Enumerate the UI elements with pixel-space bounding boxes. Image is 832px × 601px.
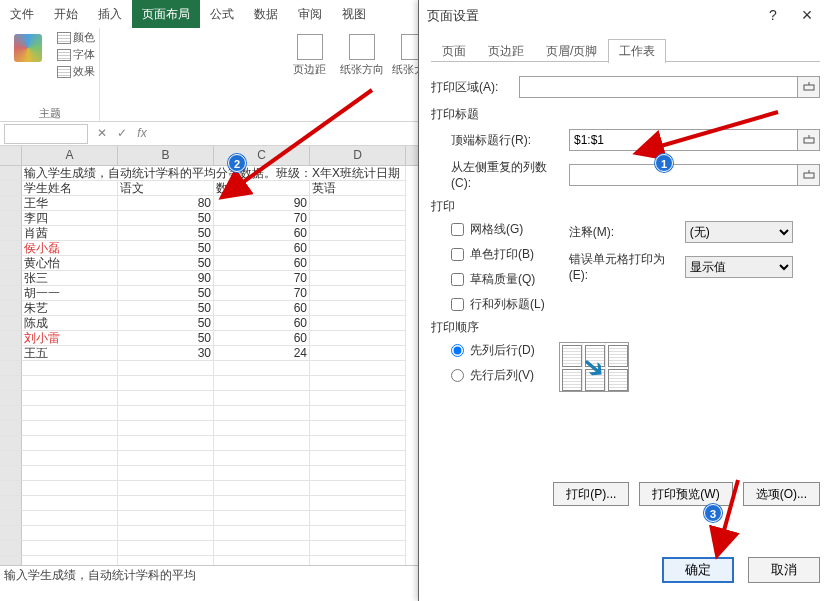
cell[interactable]: 朱艺: [22, 301, 118, 316]
cell[interactable]: 60: [214, 256, 310, 271]
theme-option[interactable]: 字体: [57, 47, 95, 62]
cell[interactable]: [310, 226, 406, 241]
help-button[interactable]: ?: [756, 4, 790, 28]
errors-select[interactable]: 显示值: [685, 256, 793, 278]
ribbon-tab[interactable]: 视图: [332, 0, 376, 28]
options-button[interactable]: 选项(O)...: [743, 482, 820, 506]
ribbon-tab[interactable]: 数据: [244, 0, 288, 28]
cell[interactable]: 50: [118, 301, 214, 316]
dialog-tab[interactable]: 页面: [431, 39, 477, 63]
cell[interactable]: [22, 406, 118, 421]
cell[interactable]: [310, 391, 406, 406]
cell[interactable]: 70: [214, 271, 310, 286]
cell[interactable]: [214, 466, 310, 481]
cell[interactable]: 胡一一: [22, 286, 118, 301]
cell[interactable]: [118, 541, 214, 556]
collapse-dialog-icon[interactable]: [798, 76, 820, 98]
draft-checkbox[interactable]: 草稿质量(Q): [451, 271, 545, 288]
close-button[interactable]: ×: [790, 4, 824, 28]
cell[interactable]: [22, 466, 118, 481]
cell[interactable]: [214, 541, 310, 556]
cell[interactable]: [22, 541, 118, 556]
cell[interactable]: 50: [118, 286, 214, 301]
select-all-corner[interactable]: [0, 146, 22, 165]
cell[interactable]: 50: [118, 316, 214, 331]
cell[interactable]: 60: [214, 226, 310, 241]
cell[interactable]: 70: [214, 211, 310, 226]
cell[interactable]: 60: [214, 301, 310, 316]
cell[interactable]: 50: [118, 226, 214, 241]
cell[interactable]: [310, 361, 406, 376]
cell[interactable]: [118, 451, 214, 466]
ribbon-button[interactable]: 纸张方向: [339, 30, 385, 77]
cell[interactable]: [310, 256, 406, 271]
fx-icon[interactable]: fx: [134, 126, 150, 142]
cell[interactable]: 50: [118, 256, 214, 271]
order-down-radio[interactable]: 先列后行(D): [451, 342, 535, 359]
cell[interactable]: [310, 286, 406, 301]
gridlines-checkbox[interactable]: 网格线(G): [451, 221, 545, 238]
cell[interactable]: [22, 481, 118, 496]
cell[interactable]: [22, 436, 118, 451]
cancel-icon[interactable]: ✕: [94, 126, 110, 142]
cell[interactable]: 60: [214, 331, 310, 346]
cell[interactable]: 50: [118, 331, 214, 346]
cell[interactable]: 24: [214, 346, 310, 361]
cell[interactable]: [310, 331, 406, 346]
preview-button[interactable]: 打印预览(W): [639, 482, 732, 506]
col-header[interactable]: D: [310, 146, 406, 165]
dialog-tab[interactable]: 工作表: [608, 39, 666, 63]
ok-button[interactable]: 确定: [662, 557, 734, 583]
cell[interactable]: 90: [118, 271, 214, 286]
bw-checkbox[interactable]: 单色打印(B): [451, 246, 545, 263]
cell[interactable]: 50: [118, 211, 214, 226]
cell[interactable]: [310, 541, 406, 556]
cell[interactable]: [118, 391, 214, 406]
ribbon-tab[interactable]: 文件: [0, 0, 44, 28]
top-rows-input[interactable]: [569, 129, 798, 151]
cell[interactable]: 陈成: [22, 316, 118, 331]
cell[interactable]: 学生姓名: [22, 181, 118, 196]
cell[interactable]: [214, 376, 310, 391]
cell[interactable]: [310, 466, 406, 481]
cell[interactable]: [118, 496, 214, 511]
cell[interactable]: [118, 526, 214, 541]
cell[interactable]: [310, 346, 406, 361]
cell[interactable]: [310, 451, 406, 466]
cell[interactable]: [22, 421, 118, 436]
cell[interactable]: [118, 406, 214, 421]
col-header[interactable]: B: [118, 146, 214, 165]
cancel-button[interactable]: 取消: [748, 557, 820, 583]
cell[interactable]: [22, 511, 118, 526]
cell[interactable]: [310, 301, 406, 316]
cell[interactable]: [22, 376, 118, 391]
cell[interactable]: [310, 406, 406, 421]
left-cols-input[interactable]: [569, 164, 798, 186]
cell[interactable]: [214, 406, 310, 421]
ribbon-button[interactable]: 页边距: [287, 30, 333, 77]
comments-select[interactable]: (无): [685, 221, 793, 243]
cell[interactable]: [214, 496, 310, 511]
cell[interactable]: [310, 196, 406, 211]
themes-button[interactable]: [5, 30, 51, 64]
cell[interactable]: 王五: [22, 346, 118, 361]
cell[interactable]: [118, 436, 214, 451]
ribbon-tab[interactable]: 页面布局: [132, 0, 200, 28]
cell[interactable]: [214, 511, 310, 526]
cell[interactable]: 王华: [22, 196, 118, 211]
dialog-tab[interactable]: 页眉/页脚: [535, 39, 608, 63]
cell[interactable]: [118, 376, 214, 391]
cell[interactable]: [310, 436, 406, 451]
cell[interactable]: [310, 316, 406, 331]
collapse-dialog-icon[interactable]: [798, 129, 820, 151]
cell[interactable]: [118, 421, 214, 436]
cell[interactable]: [310, 481, 406, 496]
cell[interactable]: 90: [214, 196, 310, 211]
cell[interactable]: [118, 466, 214, 481]
name-box[interactable]: [4, 124, 88, 144]
cell[interactable]: 60: [214, 241, 310, 256]
cell[interactable]: 肖茜: [22, 226, 118, 241]
theme-option[interactable]: 颜色: [57, 30, 95, 45]
headings-checkbox[interactable]: 行和列标题(L): [451, 296, 545, 313]
cell[interactable]: [22, 391, 118, 406]
